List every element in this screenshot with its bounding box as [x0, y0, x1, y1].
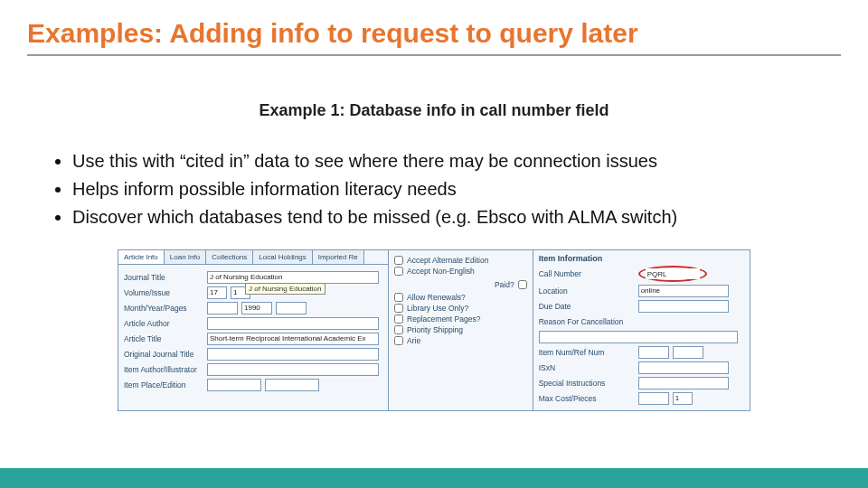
special-instructions-label: Special Instructions: [539, 379, 638, 388]
tab-article-info[interactable]: Article Info: [118, 250, 165, 264]
title-underline: [27, 54, 841, 56]
paid-label: Paid?: [495, 280, 514, 289]
call-number-highlight: [638, 266, 707, 282]
article-title-label: Article Title: [124, 334, 207, 343]
bullet-list: Use this with “cited in” data to see whe…: [27, 147, 841, 231]
bullet-item: Helps inform possible information litera…: [72, 175, 841, 203]
location-input[interactable]: [638, 285, 729, 297]
article-title-input[interactable]: [207, 333, 379, 345]
item-edition-input[interactable]: [265, 379, 319, 391]
allow-renewals-checkbox[interactable]: [394, 293, 403, 302]
tab-bar: Article Info Loan Info Collections Local…: [118, 250, 388, 265]
article-author-label: Article Author: [124, 319, 207, 328]
app-screenshot: Article Info Loan Info Collections Local…: [118, 249, 750, 411]
slide: Examples: Adding info to request to quer…: [0, 0, 868, 488]
due-date-input[interactable]: [638, 300, 729, 313]
journal-title-input[interactable]: [207, 271, 379, 284]
pieces-input[interactable]: [673, 392, 693, 405]
tab-imported[interactable]: Imported Re: [313, 250, 364, 264]
reason-cancel-label: Reason For Cancellation: [539, 317, 638, 326]
allow-renewals-label: Allow Renewals?: [407, 293, 466, 302]
item-place-label: Item Place/Edition: [124, 380, 207, 389]
item-num-input[interactable]: [638, 346, 669, 359]
tab-loan-info[interactable]: Loan Info: [165, 250, 206, 264]
volume-input[interactable]: [207, 286, 227, 299]
accept-non-english-label: Accept Non-English: [407, 267, 475, 276]
replacement-pages-label: Replacement Pages?: [407, 314, 480, 324]
due-date-label: Due Date: [539, 302, 638, 311]
arie-label: Arie: [407, 336, 420, 345]
bullet-item: Discover which databases tend to be miss…: [72, 203, 841, 231]
call-number-label: Call Number: [539, 269, 638, 278]
item-info-header: Item Information: [539, 254, 744, 263]
location-label: Location: [539, 286, 638, 296]
max-cost-label: Max Cost/Pieces: [539, 394, 638, 403]
isxn-input[interactable]: [638, 361, 729, 374]
replacement-pages-checkbox[interactable]: [394, 314, 403, 324]
arie-checkbox[interactable]: [394, 336, 403, 345]
accept-non-english-checkbox[interactable]: [394, 267, 403, 276]
item-num-label: Item Num/Ref Num: [539, 348, 638, 357]
ref-num-input[interactable]: [673, 346, 703, 359]
slide-title: Examples: Adding info to request to quer…: [27, 18, 841, 49]
original-journal-title-label: Original Journal Title: [124, 350, 207, 359]
reason-cancel-select[interactable]: [539, 331, 738, 343]
journal-title-label: Journal Title: [124, 273, 207, 282]
item-place-input[interactable]: [207, 379, 261, 391]
month-input[interactable]: [207, 302, 238, 314]
call-number-input[interactable]: [646, 268, 700, 279]
priority-shipping-label: Priority Shipping: [407, 325, 463, 334]
original-journal-title-input[interactable]: [207, 348, 379, 361]
year-input[interactable]: [241, 302, 272, 314]
pages-input[interactable]: [276, 302, 307, 314]
paid-checkbox[interactable]: [518, 280, 527, 289]
slide-subtitle: Example 1: Database info in call number …: [27, 101, 841, 120]
article-author-input[interactable]: [207, 317, 379, 330]
library-use-only-label: Library Use Only?: [407, 304, 468, 313]
article-info-panel: Article Info Loan Info Collections Local…: [118, 250, 389, 410]
priority-shipping-checkbox[interactable]: [394, 325, 403, 334]
max-cost-input[interactable]: [638, 392, 669, 405]
options-panel: Accept Alternate Edition Accept Non-Engl…: [389, 250, 533, 410]
volume-issue-label: Volume/Issue: [124, 288, 207, 297]
item-information-panel: Item Information Call Number Location Du…: [533, 250, 750, 410]
accept-alternate-label: Accept Alternate Edition: [407, 256, 488, 265]
accept-alternate-checkbox[interactable]: [394, 256, 403, 265]
isxn-label: ISxN: [539, 363, 638, 372]
article-info-pane: Journal Title J of Nursing Education Vol…: [118, 265, 388, 397]
special-instructions-input[interactable]: [638, 377, 729, 389]
journal-title-tooltip: J of Nursing Education: [245, 283, 326, 295]
tab-local-holdings[interactable]: Local Holdings: [253, 250, 312, 264]
bullet-item: Use this with “cited in” data to see whe…: [72, 147, 841, 175]
footer-bar: [0, 468, 868, 488]
item-author-input[interactable]: [207, 363, 379, 376]
item-author-label: Item Author/Illustrator: [124, 365, 207, 374]
month-year-pages-label: Month/Year/Pages: [124, 304, 207, 313]
tab-collections[interactable]: Collections: [206, 250, 253, 264]
library-use-only-checkbox[interactable]: [394, 304, 403, 313]
